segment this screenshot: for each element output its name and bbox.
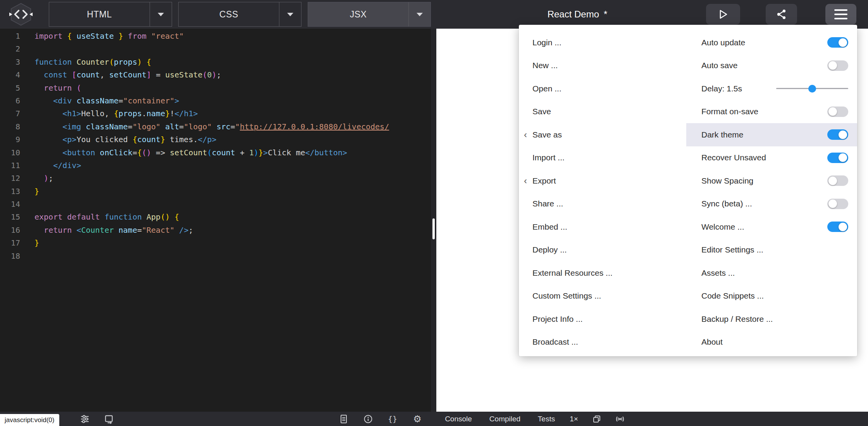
editor-info-button[interactable] xyxy=(363,414,373,424)
editor-log-button[interactable] xyxy=(339,414,348,424)
menu-item-save[interactable]: Save xyxy=(519,100,686,124)
code-line[interactable]: 1import { useState } from "react" xyxy=(0,30,431,43)
menu-item-new[interactable]: New ... xyxy=(519,54,686,77)
code-line[interactable]: 10 <button onClick={() => setCount(count… xyxy=(0,146,431,159)
result-window-button[interactable] xyxy=(592,414,601,424)
code-line[interactable]: 4 const [count, setCount] = useState(0); xyxy=(0,69,431,81)
livecodes-logo-icon xyxy=(9,2,33,26)
code-line[interactable]: 18 xyxy=(0,250,431,263)
code-line[interactable]: 7 <h1>Hello, {props.name}!</h1> xyxy=(0,107,431,120)
compiled-button[interactable]: Compiled xyxy=(489,415,520,423)
format-code-button[interactable] xyxy=(104,414,114,424)
editor-mode-button[interactable]: {} xyxy=(388,414,397,424)
menu-item-editor-settings[interactable]: Editor Settings ... xyxy=(686,239,857,262)
run-button[interactable] xyxy=(706,4,740,25)
slider-knob[interactable] xyxy=(808,85,816,93)
menu-item-assets[interactable]: Assets ... xyxy=(686,261,857,285)
toggle-knob xyxy=(828,61,837,70)
tab-html[interactable]: HTML xyxy=(49,2,172,27)
code-line[interactable]: 3function Counter(props) { xyxy=(0,56,431,69)
toggle-welcome[interactable] xyxy=(827,222,848,232)
delay-slider[interactable] xyxy=(776,83,848,94)
menu-item-open[interactable]: Open ... xyxy=(519,77,686,100)
code-editor[interactable]: 1import { useState } from "react"23funct… xyxy=(0,29,431,412)
menu-item-about[interactable]: About xyxy=(686,331,857,354)
code-line[interactable]: 8 <img className="logo" alt="logo" src="… xyxy=(0,120,431,133)
menu-item-project-info[interactable]: Project Info ... xyxy=(519,307,686,331)
menu-item-label: Import ... xyxy=(532,153,565,162)
code-line[interactable]: 9 <p>You clicked {count} times.</p> xyxy=(0,133,431,146)
code-line[interactable]: 13} xyxy=(0,185,431,198)
menu-item-save-as[interactable]: ‹Save as xyxy=(519,123,686,146)
code-line[interactable]: 5 return ( xyxy=(0,82,431,94)
tab-css[interactable]: CSS xyxy=(178,2,301,27)
code-line[interactable]: 15export default function App() { xyxy=(0,211,431,223)
line-number: 18 xyxy=(0,250,20,263)
code-line[interactable]: 16 return <Counter name="React" />; xyxy=(0,224,431,237)
code-line[interactable]: 17} xyxy=(0,237,431,249)
menu-item-label: Show Spacing xyxy=(701,176,753,186)
menu-item-custom-settings[interactable]: Custom Settings ... xyxy=(519,285,686,308)
menu-item-recover-unsaved[interactable]: Recover Unsaved xyxy=(686,146,857,170)
tab-language-dropdown[interactable] xyxy=(150,2,172,26)
menu-item-delay-1-5s[interactable]: Delay: 1.5s xyxy=(686,77,857,100)
menu-item-code-snippets[interactable]: Code Snippets ... xyxy=(686,285,857,308)
console-button[interactable]: Console xyxy=(445,415,472,423)
toggle-recover-unsaved[interactable] xyxy=(827,153,848,163)
menu-item-format-on-save[interactable]: Format on-save xyxy=(686,100,857,124)
toggle-show-spacing[interactable] xyxy=(827,175,848,186)
menu-item-deploy[interactable]: Deploy ... xyxy=(519,239,686,262)
tests-button[interactable]: Tests xyxy=(538,415,555,423)
editor-settings-button[interactable]: ⚙ xyxy=(413,414,422,424)
menu-item-embed[interactable]: Embed ... xyxy=(519,215,686,239)
menu-item-label: Save as xyxy=(532,130,562,139)
menu-item-dark-theme[interactable]: Dark theme xyxy=(686,123,857,146)
toggle-auto-update[interactable] xyxy=(827,37,848,48)
menu-item-import[interactable]: Import ... xyxy=(519,146,686,170)
project-title[interactable]: React Demo * xyxy=(496,0,659,29)
menu-item-auto-save[interactable]: Auto save xyxy=(686,54,857,77)
code-text: <p>You clicked {count} times.</p> xyxy=(34,133,217,146)
editor-options-button[interactable] xyxy=(80,414,90,424)
menu-item-label: Auto update xyxy=(701,38,745,47)
code-line[interactable]: 11 </div> xyxy=(0,159,431,172)
menu-item-show-spacing[interactable]: Show Spacing xyxy=(686,169,857,192)
format-code-icon xyxy=(104,414,114,424)
menu-item-export[interactable]: ‹Export xyxy=(519,169,686,192)
broadcast-button[interactable] xyxy=(615,414,625,424)
toggle-format-on-save[interactable] xyxy=(827,106,848,117)
split-handle[interactable] xyxy=(432,218,435,239)
menu-item-label: Broadcast ... xyxy=(532,337,578,347)
line-number: 12 xyxy=(0,172,20,185)
menu-item-welcome[interactable]: Welcome ... xyxy=(686,215,857,239)
menu-item-share[interactable]: Share ... xyxy=(519,192,686,216)
play-icon xyxy=(716,8,730,21)
share-button[interactable] xyxy=(766,4,797,25)
code-line[interactable]: 6 <div className="container"> xyxy=(0,94,431,107)
tab-language-dropdown[interactable] xyxy=(279,2,301,26)
toggle-dark-theme[interactable] xyxy=(827,129,848,140)
status-bar: javascript:void(0) xyxy=(0,412,868,426)
menu-item-label: Sync (beta) ... xyxy=(701,199,752,208)
zoom-button[interactable]: 1× xyxy=(570,415,578,423)
app-logo[interactable] xyxy=(9,2,33,27)
menu-item-login[interactable]: Login ... xyxy=(519,31,686,54)
toggle-sync-beta[interactable] xyxy=(827,199,848,209)
menu-item-sync-beta[interactable]: Sync (beta) ... xyxy=(686,192,857,216)
link-preview: javascript:void(0) xyxy=(0,414,59,426)
code-line[interactable]: 12 ); xyxy=(0,172,431,185)
toggle-knob xyxy=(828,177,837,185)
code-line[interactable]: 14 xyxy=(0,198,431,211)
split-gutter[interactable] xyxy=(431,29,436,412)
tab-jsx[interactable]: JSX xyxy=(308,2,431,27)
app-menu-button[interactable] xyxy=(825,4,856,25)
tab-language-dropdown[interactable] xyxy=(408,2,431,26)
code-line[interactable]: 2 xyxy=(0,43,431,55)
gear-icon: ⚙ xyxy=(413,414,422,424)
menu-item-external-resources[interactable]: External Resources ... xyxy=(519,261,686,285)
toggle-auto-save[interactable] xyxy=(827,60,848,71)
menu-item-backup-restore[interactable]: Backup / Restore ... xyxy=(686,307,857,331)
menu-item-auto-update[interactable]: Auto update xyxy=(686,31,857,54)
menu-item-broadcast[interactable]: Broadcast ... xyxy=(519,331,686,354)
menu-item-label: Recover Unsaved xyxy=(701,153,766,162)
